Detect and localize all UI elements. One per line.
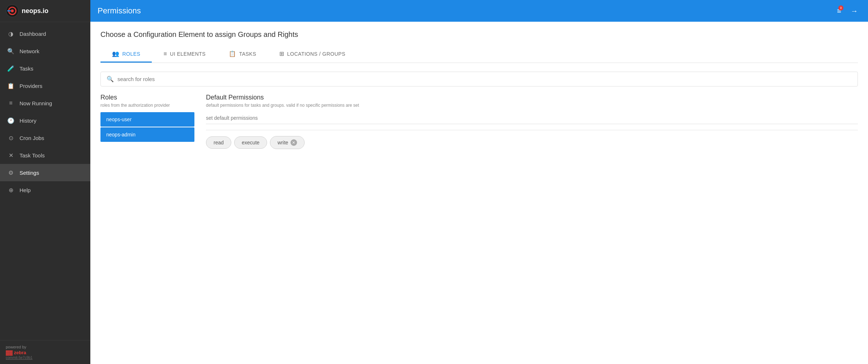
permissions-title: Default Permissions	[206, 94, 858, 101]
now-running-icon: ≡	[7, 100, 14, 107]
sidebar: neops.io ◑ Dashboard 🔍 Network 🧪 Tasks 📋…	[0, 0, 90, 364]
nav: ◑ Dashboard 🔍 Network 🧪 Tasks 📋 Provider…	[0, 22, 90, 340]
neops-logo-icon	[6, 4, 19, 17]
task-tools-icon: ✕	[7, 152, 14, 159]
exit-icon: →	[851, 7, 858, 15]
logout-button[interactable]: →	[848, 5, 861, 17]
ui-elements-tab-icon: ≡	[163, 51, 167, 57]
zebra-brand: ▓▓ zebra	[6, 350, 85, 355]
page-subtitle: Choose a Configuration Element to assign…	[100, 30, 858, 39]
search-box: 🔍	[100, 72, 858, 86]
tasks-icon: 🧪	[7, 65, 14, 72]
search-input[interactable]	[117, 76, 852, 82]
main-area: Permissions ≡ 0 → Choose a Configuration…	[90, 0, 868, 364]
remove-write-button[interactable]: ✕	[291, 139, 297, 146]
sidebar-item-now-running[interactable]: ≡ Now Running	[0, 94, 90, 112]
dashboard-icon: ◑	[7, 30, 14, 37]
header: Permissions ≡ 0 →	[90, 0, 868, 22]
sidebar-item-settings[interactable]: ⚙ Settings	[0, 164, 90, 181]
providers-icon: 📋	[7, 82, 14, 89]
perm-tag-execute[interactable]: execute	[234, 136, 267, 149]
roles-tab-icon: 👥	[112, 50, 120, 57]
page-title: Permissions	[98, 6, 141, 16]
sidebar-item-history[interactable]: 🕐 History	[0, 112, 90, 129]
sidebar-item-label: Now Running	[20, 100, 52, 106]
tab-locations-groups[interactable]: ⊞ LOCATIONS / GROUPS	[268, 46, 357, 63]
sidebar-item-label: Task Tools	[20, 152, 45, 158]
permission-tags: read execute write ✕	[206, 136, 858, 149]
tabs: 👥 ROLES ≡ UI ELEMENTS 📋 TASKS ⊞ LOCATION…	[100, 46, 858, 63]
logo-text: neops.io	[22, 7, 48, 15]
sidebar-item-cron-jobs[interactable]: ⊙ Cron Jobs	[0, 129, 90, 147]
cron-jobs-icon: ⊙	[7, 134, 14, 141]
sidebar-item-dashboard[interactable]: ◑ Dashboard	[0, 25, 90, 42]
sidebar-item-label: Dashboard	[20, 31, 46, 37]
tab-tasks[interactable]: 📋 TASKS	[217, 46, 268, 63]
tab-ui-elements-label: UI ELEMENTS	[170, 51, 206, 57]
perm-tag-write[interactable]: write ✕	[270, 136, 305, 149]
sidebar-item-label: Help	[20, 187, 31, 193]
permissions-panel: Default Permissions default permissions …	[206, 94, 858, 149]
perm-tag-read[interactable]: read	[206, 136, 231, 149]
tab-tasks-label: TASKS	[239, 51, 256, 57]
permissions-subtitle: default permissions for tasks and groups…	[206, 103, 858, 108]
notification-badge: 0	[838, 5, 843, 10]
notifications-button[interactable]: ≡ 0	[834, 5, 844, 17]
sidebar-item-task-tools[interactable]: ✕ Task Tools	[0, 147, 90, 164]
roles-section: Roles roles from the authorization provi…	[100, 94, 858, 149]
tasks-tab-icon: 📋	[229, 50, 236, 57]
tab-roles-label: ROLES	[123, 51, 141, 57]
network-icon: 🔍	[7, 47, 14, 55]
sidebar-item-label: Settings	[20, 170, 39, 176]
sidebar-item-label: Tasks	[20, 65, 33, 72]
sidebar-item-label: Providers	[20, 83, 42, 89]
sidebar-footer: powered by ▓▓ zebra commit-5e7c9b1	[0, 340, 90, 364]
roles-subtitle: roles from the authorization provider	[100, 103, 194, 108]
search-icon: 🔍	[107, 76, 114, 82]
locations-tab-icon: ⊞	[279, 50, 284, 57]
set-default-input[interactable]	[206, 112, 858, 124]
help-icon: ⊕	[7, 186, 14, 194]
commit-link[interactable]: commit-5e7c9b1	[6, 356, 33, 360]
sidebar-item-tasks[interactable]: 🧪 Tasks	[0, 60, 90, 77]
tab-ui-elements[interactable]: ≡ UI ELEMENTS	[152, 46, 217, 63]
roles-panel: Roles roles from the authorization provi…	[100, 94, 194, 149]
sidebar-item-label: Cron Jobs	[20, 135, 44, 141]
role-item-neops-admin[interactable]: neops-admin	[100, 127, 194, 142]
role-item-neops-user[interactable]: neops-user	[100, 112, 194, 127]
history-icon: 🕐	[7, 117, 14, 124]
permissions-divider	[206, 130, 858, 130]
roles-title: Roles	[100, 94, 194, 101]
powered-by-text: powered by	[6, 345, 26, 349]
sidebar-item-providers[interactable]: 📋 Providers	[0, 77, 90, 94]
svg-point-2	[11, 9, 14, 12]
content-area: Choose a Configuration Element to assign…	[90, 22, 868, 364]
sidebar-item-help[interactable]: ⊕ Help	[0, 181, 90, 199]
sidebar-item-label: History	[20, 118, 36, 124]
sidebar-item-label: Network	[20, 48, 39, 54]
logo-area: neops.io	[0, 0, 90, 22]
tab-roles[interactable]: 👥 ROLES	[100, 46, 152, 63]
header-actions: ≡ 0 →	[834, 5, 861, 17]
sidebar-item-network[interactable]: 🔍 Network	[0, 42, 90, 60]
settings-icon: ⚙	[7, 169, 14, 176]
tab-locations-groups-label: LOCATIONS / GROUPS	[287, 51, 345, 57]
